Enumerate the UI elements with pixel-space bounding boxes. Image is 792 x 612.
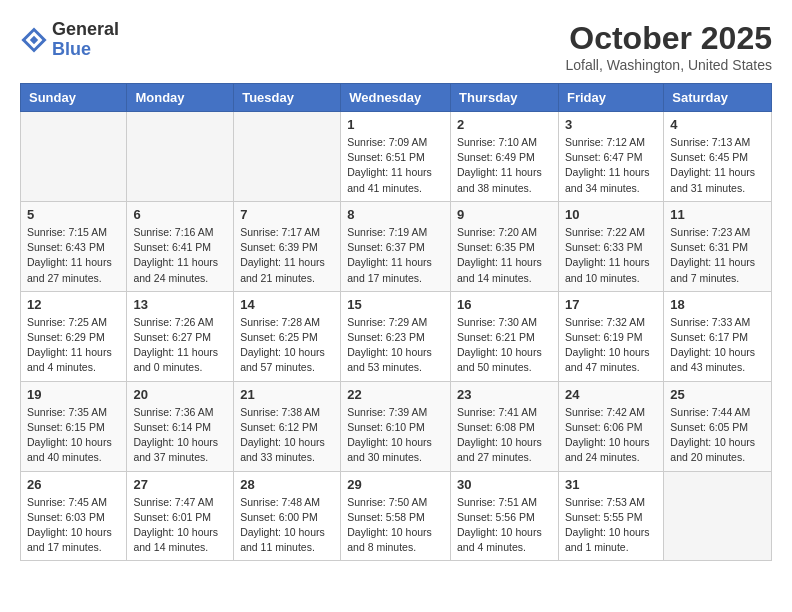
day-info: Sunrise: 7:23 AM Sunset: 6:31 PM Dayligh… bbox=[670, 225, 765, 286]
logo-blue: Blue bbox=[52, 40, 119, 60]
day-of-week-header: Monday bbox=[127, 84, 234, 112]
day-number: 13 bbox=[133, 297, 227, 312]
day-number: 29 bbox=[347, 477, 444, 492]
day-info: Sunrise: 7:38 AM Sunset: 6:12 PM Dayligh… bbox=[240, 405, 334, 466]
day-number: 8 bbox=[347, 207, 444, 222]
day-number: 16 bbox=[457, 297, 552, 312]
logo: General Blue bbox=[20, 20, 119, 60]
day-info: Sunrise: 7:47 AM Sunset: 6:01 PM Dayligh… bbox=[133, 495, 227, 556]
day-of-week-header: Saturday bbox=[664, 84, 772, 112]
calendar-day-cell: 30Sunrise: 7:51 AM Sunset: 5:56 PM Dayli… bbox=[451, 471, 559, 561]
day-number: 27 bbox=[133, 477, 227, 492]
calendar-day-cell: 20Sunrise: 7:36 AM Sunset: 6:14 PM Dayli… bbox=[127, 381, 234, 471]
day-number: 6 bbox=[133, 207, 227, 222]
day-info: Sunrise: 7:45 AM Sunset: 6:03 PM Dayligh… bbox=[27, 495, 120, 556]
calendar-day-cell: 9Sunrise: 7:20 AM Sunset: 6:35 PM Daylig… bbox=[451, 201, 559, 291]
day-number: 22 bbox=[347, 387, 444, 402]
day-number: 3 bbox=[565, 117, 657, 132]
day-info: Sunrise: 7:15 AM Sunset: 6:43 PM Dayligh… bbox=[27, 225, 120, 286]
calendar-week-row: 26Sunrise: 7:45 AM Sunset: 6:03 PM Dayli… bbox=[21, 471, 772, 561]
calendar-day-cell: 24Sunrise: 7:42 AM Sunset: 6:06 PM Dayli… bbox=[558, 381, 663, 471]
day-number: 31 bbox=[565, 477, 657, 492]
day-info: Sunrise: 7:19 AM Sunset: 6:37 PM Dayligh… bbox=[347, 225, 444, 286]
day-number: 2 bbox=[457, 117, 552, 132]
day-info: Sunrise: 7:36 AM Sunset: 6:14 PM Dayligh… bbox=[133, 405, 227, 466]
day-number: 1 bbox=[347, 117, 444, 132]
day-info: Sunrise: 7:26 AM Sunset: 6:27 PM Dayligh… bbox=[133, 315, 227, 376]
day-number: 11 bbox=[670, 207, 765, 222]
calendar-day-cell: 3Sunrise: 7:12 AM Sunset: 6:47 PM Daylig… bbox=[558, 112, 663, 202]
day-of-week-header: Sunday bbox=[21, 84, 127, 112]
day-info: Sunrise: 7:13 AM Sunset: 6:45 PM Dayligh… bbox=[670, 135, 765, 196]
calendar-day-cell: 26Sunrise: 7:45 AM Sunset: 6:03 PM Dayli… bbox=[21, 471, 127, 561]
calendar-day-cell: 29Sunrise: 7:50 AM Sunset: 5:58 PM Dayli… bbox=[341, 471, 451, 561]
calendar-day-cell: 22Sunrise: 7:39 AM Sunset: 6:10 PM Dayli… bbox=[341, 381, 451, 471]
calendar-day-cell: 4Sunrise: 7:13 AM Sunset: 6:45 PM Daylig… bbox=[664, 112, 772, 202]
calendar-week-row: 12Sunrise: 7:25 AM Sunset: 6:29 PM Dayli… bbox=[21, 291, 772, 381]
day-info: Sunrise: 7:09 AM Sunset: 6:51 PM Dayligh… bbox=[347, 135, 444, 196]
day-number: 5 bbox=[27, 207, 120, 222]
calendar-day-cell: 27Sunrise: 7:47 AM Sunset: 6:01 PM Dayli… bbox=[127, 471, 234, 561]
day-number: 18 bbox=[670, 297, 765, 312]
day-number: 12 bbox=[27, 297, 120, 312]
location: Lofall, Washington, United States bbox=[566, 57, 773, 73]
page-header: General Blue October 2025 Lofall, Washin… bbox=[20, 20, 772, 73]
calendar-day-cell: 23Sunrise: 7:41 AM Sunset: 6:08 PM Dayli… bbox=[451, 381, 559, 471]
calendar-day-cell: 6Sunrise: 7:16 AM Sunset: 6:41 PM Daylig… bbox=[127, 201, 234, 291]
day-number: 7 bbox=[240, 207, 334, 222]
day-of-week-header: Friday bbox=[558, 84, 663, 112]
calendar-day-cell: 25Sunrise: 7:44 AM Sunset: 6:05 PM Dayli… bbox=[664, 381, 772, 471]
title-block: October 2025 Lofall, Washington, United … bbox=[566, 20, 773, 73]
calendar-day-cell: 14Sunrise: 7:28 AM Sunset: 6:25 PM Dayli… bbox=[234, 291, 341, 381]
calendar-day-cell: 5Sunrise: 7:15 AM Sunset: 6:43 PM Daylig… bbox=[21, 201, 127, 291]
day-info: Sunrise: 7:32 AM Sunset: 6:19 PM Dayligh… bbox=[565, 315, 657, 376]
day-info: Sunrise: 7:10 AM Sunset: 6:49 PM Dayligh… bbox=[457, 135, 552, 196]
logo-text: General Blue bbox=[52, 20, 119, 60]
day-number: 10 bbox=[565, 207, 657, 222]
day-of-week-header: Wednesday bbox=[341, 84, 451, 112]
day-number: 19 bbox=[27, 387, 120, 402]
calendar-day-cell: 21Sunrise: 7:38 AM Sunset: 6:12 PM Dayli… bbox=[234, 381, 341, 471]
calendar-day-cell bbox=[664, 471, 772, 561]
day-info: Sunrise: 7:30 AM Sunset: 6:21 PM Dayligh… bbox=[457, 315, 552, 376]
calendar-day-cell bbox=[127, 112, 234, 202]
calendar-week-row: 19Sunrise: 7:35 AM Sunset: 6:15 PM Dayli… bbox=[21, 381, 772, 471]
calendar-day-cell: 8Sunrise: 7:19 AM Sunset: 6:37 PM Daylig… bbox=[341, 201, 451, 291]
calendar-day-cell: 10Sunrise: 7:22 AM Sunset: 6:33 PM Dayli… bbox=[558, 201, 663, 291]
calendar-day-cell: 12Sunrise: 7:25 AM Sunset: 6:29 PM Dayli… bbox=[21, 291, 127, 381]
day-info: Sunrise: 7:12 AM Sunset: 6:47 PM Dayligh… bbox=[565, 135, 657, 196]
day-of-week-header: Tuesday bbox=[234, 84, 341, 112]
calendar-day-cell: 31Sunrise: 7:53 AM Sunset: 5:55 PM Dayli… bbox=[558, 471, 663, 561]
calendar-day-cell: 15Sunrise: 7:29 AM Sunset: 6:23 PM Dayli… bbox=[341, 291, 451, 381]
day-info: Sunrise: 7:53 AM Sunset: 5:55 PM Dayligh… bbox=[565, 495, 657, 556]
calendar-day-cell bbox=[21, 112, 127, 202]
day-info: Sunrise: 7:20 AM Sunset: 6:35 PM Dayligh… bbox=[457, 225, 552, 286]
day-info: Sunrise: 7:22 AM Sunset: 6:33 PM Dayligh… bbox=[565, 225, 657, 286]
day-info: Sunrise: 7:29 AM Sunset: 6:23 PM Dayligh… bbox=[347, 315, 444, 376]
calendar-day-cell: 18Sunrise: 7:33 AM Sunset: 6:17 PM Dayli… bbox=[664, 291, 772, 381]
calendar-day-cell: 16Sunrise: 7:30 AM Sunset: 6:21 PM Dayli… bbox=[451, 291, 559, 381]
day-number: 9 bbox=[457, 207, 552, 222]
calendar-day-cell: 7Sunrise: 7:17 AM Sunset: 6:39 PM Daylig… bbox=[234, 201, 341, 291]
day-of-week-header: Thursday bbox=[451, 84, 559, 112]
calendar-day-cell: 1Sunrise: 7:09 AM Sunset: 6:51 PM Daylig… bbox=[341, 112, 451, 202]
calendar-week-row: 1Sunrise: 7:09 AM Sunset: 6:51 PM Daylig… bbox=[21, 112, 772, 202]
day-info: Sunrise: 7:28 AM Sunset: 6:25 PM Dayligh… bbox=[240, 315, 334, 376]
calendar-day-cell: 2Sunrise: 7:10 AM Sunset: 6:49 PM Daylig… bbox=[451, 112, 559, 202]
day-number: 15 bbox=[347, 297, 444, 312]
day-info: Sunrise: 7:16 AM Sunset: 6:41 PM Dayligh… bbox=[133, 225, 227, 286]
day-number: 26 bbox=[27, 477, 120, 492]
calendar-day-cell: 19Sunrise: 7:35 AM Sunset: 6:15 PM Dayli… bbox=[21, 381, 127, 471]
day-info: Sunrise: 7:33 AM Sunset: 6:17 PM Dayligh… bbox=[670, 315, 765, 376]
logo-general: General bbox=[52, 20, 119, 40]
day-info: Sunrise: 7:50 AM Sunset: 5:58 PM Dayligh… bbox=[347, 495, 444, 556]
day-number: 30 bbox=[457, 477, 552, 492]
day-number: 25 bbox=[670, 387, 765, 402]
day-info: Sunrise: 7:17 AM Sunset: 6:39 PM Dayligh… bbox=[240, 225, 334, 286]
day-number: 23 bbox=[457, 387, 552, 402]
day-number: 4 bbox=[670, 117, 765, 132]
calendar-day-cell: 17Sunrise: 7:32 AM Sunset: 6:19 PM Dayli… bbox=[558, 291, 663, 381]
month-title: October 2025 bbox=[566, 20, 773, 57]
day-number: 21 bbox=[240, 387, 334, 402]
calendar-header-row: SundayMondayTuesdayWednesdayThursdayFrid… bbox=[21, 84, 772, 112]
